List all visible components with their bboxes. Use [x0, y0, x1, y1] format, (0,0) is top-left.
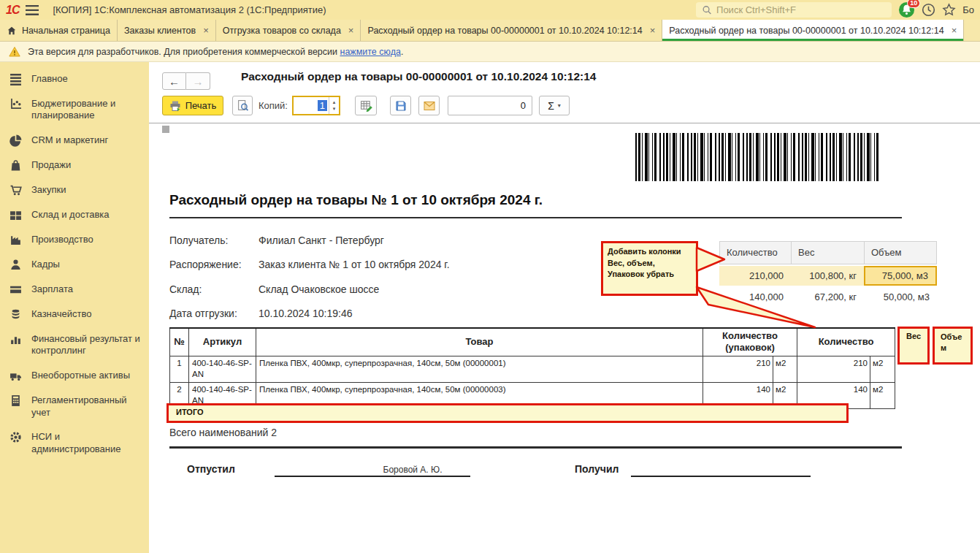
tab-expense-order-2-active[interactable]: Расходный ордер на товары 00-00000001 от… — [662, 20, 964, 41]
pie-chart-icon — [9, 134, 22, 147]
history-icon[interactable] — [922, 3, 935, 17]
close-icon[interactable]: × — [346, 25, 354, 36]
total-items-note: Всего наименований 2 — [169, 427, 277, 438]
footer-divider — [169, 446, 902, 449]
field-label: Распоряжение: — [169, 259, 259, 270]
user-name[interactable]: Бо — [962, 4, 974, 15]
sidebar-item-salary[interactable]: Зарплата — [0, 277, 149, 302]
annotation-mini-table: Количество Вес Объем 210,000 100,800, кг… — [719, 241, 937, 306]
close-icon[interactable]: × — [949, 25, 957, 36]
page-title: Расходный ордер на товары 00-00000001 от… — [241, 70, 596, 83]
main-menu-icon[interactable] — [26, 5, 39, 15]
close-icon[interactable]: × — [201, 25, 209, 36]
spin-up-icon[interactable]: ▴ — [333, 99, 336, 105]
shopping-cart-icon — [9, 184, 22, 197]
notifications-button[interactable]: 10 — [898, 1, 915, 18]
print-button[interactable]: Печать — [162, 96, 223, 115]
tab-expense-order-1[interactable]: Расходный ордер на товары 00-00000001 от… — [361, 20, 662, 41]
sidebar-item-crm[interactable]: CRM и маркетинг — [0, 128, 149, 153]
notification-badge: 10 — [907, 0, 920, 8]
sidebar-item-label: Производство — [31, 234, 93, 246]
released-signature-line: Боровой А. Ю. — [275, 463, 470, 477]
preview-corner-marker — [162, 126, 169, 133]
sigma-icon: Σ — [548, 100, 554, 112]
copies-value[interactable]: 1 — [294, 97, 329, 114]
document-barcode — [635, 133, 880, 181]
sidebar-item-treasury[interactable]: Казначейство — [0, 302, 149, 327]
sidebar-item-label: Регламентированный учет — [31, 394, 143, 419]
forward-button[interactable]: → — [186, 72, 210, 90]
search-input[interactable] — [716, 4, 886, 15]
save-button[interactable] — [390, 96, 411, 115]
save-icon — [395, 100, 407, 112]
sidebar-item-assets[interactable]: Внеоборотные активы — [0, 364, 149, 389]
sidebar-item-label: Зарплата — [31, 283, 73, 296]
col-product: Товар — [256, 328, 703, 356]
stepper-arrows[interactable]: ▴▾ — [329, 97, 339, 114]
sidebar-item-warehouse[interactable]: Склад и доставка — [0, 202, 149, 227]
mini-col-volume: Объем — [864, 241, 937, 264]
factory-icon — [9, 234, 22, 246]
tab-label: Начальная страница — [22, 26, 110, 36]
received-signature-line — [631, 463, 811, 477]
sidebar-item-label: Казначейство — [31, 308, 91, 321]
sidebar-item-production[interactable]: Производство — [0, 227, 149, 252]
chevron-down-icon: ▾ — [558, 102, 561, 109]
sidebar-item-label: НСИ и администрирование — [31, 431, 143, 455]
col-qty: Количество — [797, 328, 895, 356]
sidebar-item-budgeting[interactable]: Бюджетирование и планирование — [0, 91, 149, 128]
annotation-volume-box: Объем — [933, 327, 973, 365]
notice-text: Эта версия для разработчиков. Для приобр… — [28, 47, 403, 57]
edit-table-button[interactable] — [355, 96, 377, 115]
received-label: Получил — [575, 463, 619, 475]
mini-col-weight: Вес — [791, 241, 864, 264]
col-num: № — [170, 328, 189, 356]
global-search[interactable] — [696, 2, 892, 18]
document-title: Расходный ордер на товары № 1 от 10 октя… — [169, 192, 543, 208]
menu-lines-icon — [9, 73, 22, 85]
sum-dropdown-button[interactable]: Σ ▾ — [539, 96, 570, 115]
sidebar-item-finance[interactable]: Финансовый результат и контроллинг — [0, 327, 149, 363]
tab-home[interactable]: Начальная страница — [0, 20, 118, 41]
preview-button[interactable] — [232, 96, 253, 115]
sidebar-item-main[interactable]: Главное — [0, 66, 149, 91]
calculator-icon — [9, 394, 22, 407]
nav-buttons: ← → — [162, 72, 210, 90]
close-icon[interactable]: × — [648, 25, 656, 36]
mini-table-row: 210,000 100,800, кг 75,000, м3 — [719, 266, 937, 286]
title-underline — [169, 217, 902, 218]
spin-down-icon[interactable]: ▾ — [333, 106, 336, 112]
tab-label: Расходный ордер на товары 00-00000001 от… — [367, 26, 642, 36]
tab-label: Заказы клиентов — [124, 26, 196, 36]
mini-table-header: Количество Вес Объем — [719, 241, 937, 264]
back-button[interactable]: ← — [162, 72, 186, 90]
printer-icon — [169, 100, 181, 112]
sidebar-item-hr[interactable]: Кадры — [0, 252, 149, 277]
coins-icon — [9, 308, 22, 321]
tab-goods-shipment[interactable]: Отгрузка товаров со склада × — [216, 20, 361, 41]
payment-card-icon — [9, 283, 22, 296]
sidebar-item-label: Кадры — [31, 259, 60, 271]
counter-field[interactable] — [448, 96, 532, 115]
field-value: Заказ клиента № 1 от 10 октября 2024 г. — [259, 259, 450, 270]
sidebar-item-regulated-accounting[interactable]: Регламентированный учет — [0, 389, 149, 425]
buy-commercial-link[interactable]: нажмите сюда — [340, 47, 400, 57]
search-icon — [702, 4, 712, 15]
copies-stepper[interactable]: 1 ▴▾ — [292, 96, 340, 115]
favorites-star-icon[interactable] — [942, 3, 956, 17]
mini-col-qty: Количество — [719, 241, 791, 264]
field-label: Дата отгрузки: — [169, 308, 259, 319]
bar-chart-icon — [9, 333, 22, 346]
goods-table: № Артикул Товар Количество (упаковок) Ко… — [169, 327, 895, 409]
field-receiver: Получатель: Филиал Санкт - Петербург — [169, 234, 384, 246]
email-button[interactable] — [418, 96, 440, 115]
sidebar-item-administration[interactable]: НСИ и администрирование — [0, 425, 149, 462]
tab-customer-orders[interactable]: Заказы клиентов × — [118, 20, 216, 41]
mini-table-row: 140,000 67,200, кг 50,000, м3 — [719, 288, 937, 306]
app-window: 1С [КОПИЯ] 1С:Комплексная автоматизация … — [0, 0, 980, 553]
sidebar-item-purchases[interactable]: Закупки — [0, 178, 149, 202]
shopping-bag-icon — [9, 159, 22, 172]
sidebar-item-label: Бюджетирование и планирование — [31, 98, 143, 122]
annotation-weight-box: Вес — [897, 327, 930, 365]
sidebar-item-sales[interactable]: Продажи — [0, 153, 149, 178]
